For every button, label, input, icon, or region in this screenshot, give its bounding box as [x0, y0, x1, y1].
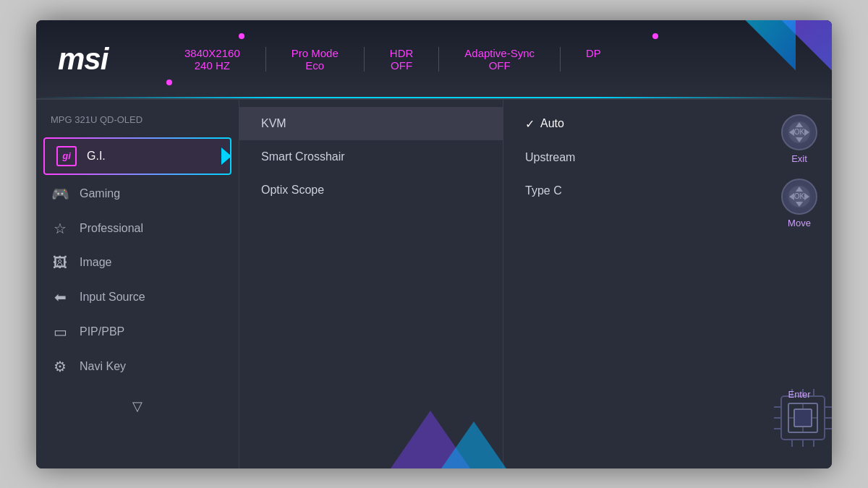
svg-rect-2 — [794, 409, 812, 427]
menu-item-smart-crosshair[interactable]: Smart Crosshair — [239, 140, 503, 174]
enter-area: Enter — [767, 243, 832, 454]
option-type-c[interactable]: Type C — [503, 174, 767, 207]
stat-adaptivesync-value: OFF — [489, 59, 511, 72]
pip-icon: ▭ — [51, 323, 69, 341]
sidebar-item-inputsource-label: Input Source — [80, 291, 145, 304]
checkmark-icon: ✓ — [525, 117, 535, 131]
stat-resolution-label: 3840X2160 — [184, 47, 240, 59]
option-auto[interactable]: ✓ Auto — [503, 107, 767, 141]
header-decoration — [615, 20, 832, 100]
menu-item-kvm[interactable]: KVM — [239, 107, 503, 140]
stat-resolution-value: 240 HZ — [195, 59, 230, 72]
image-icon: 🖼 — [51, 254, 69, 271]
sidebar-item-gi-label: G.I. — [87, 150, 106, 163]
exit-button[interactable]: OK — [781, 114, 817, 150]
monitor-model-label: MPG 321U QD-OLED — [36, 114, 239, 136]
stat-adaptivesync-label: Adaptive-Sync — [464, 47, 535, 59]
input-icon: ⬅ — [51, 288, 69, 306]
sidebar-item-professional[interactable]: ☆ Professional — [36, 211, 239, 246]
stat-resolution: 3840X2160 240 HZ — [159, 47, 265, 72]
star-icon: ☆ — [51, 220, 69, 237]
main-content: MPG 321U QD-OLED gi G.I. 🎮 Gaming ☆ Prof… — [36, 100, 832, 468]
sidebar-item-professional-label: Professional — [80, 222, 143, 235]
stat-dp-label: DP — [586, 47, 601, 59]
dot-decoration — [166, 80, 172, 85]
sidebar-item-image[interactable]: 🖼 Image — [36, 246, 239, 280]
gamepad-icon: 🎮 — [51, 185, 69, 202]
exit-inner-label: OK — [794, 128, 804, 136]
stat-pro-mode: Pro Mode Eco — [265, 47, 364, 72]
option-typec-label: Type C — [525, 184, 562, 197]
stat-promode-value: Eco — [305, 59, 324, 72]
option-upstream-label: Upstream — [525, 151, 575, 164]
dot-decoration — [239, 33, 244, 39]
stat-hdr-label: HDR — [390, 47, 414, 59]
sidebar-item-navi-key[interactable]: ⚙ Navi Key — [36, 349, 239, 384]
sidebar-item-input-source[interactable]: ⬅ Input Source — [36, 280, 239, 314]
controls-panel: OK Exit OK Move — [767, 100, 832, 468]
center-column: KVM Smart Crosshair Optix Scope — [239, 100, 503, 468]
sidebar-item-navikey-label: Navi Key — [80, 360, 126, 373]
gi-icon: gi — [56, 146, 77, 166]
option-upstream[interactable]: Upstream — [503, 141, 767, 174]
sidebar-item-gaming-label: Gaming — [80, 187, 120, 200]
monitor-frame: msi 3840X2160 240 HZ Pro Mode Eco HDR OF… — [36, 20, 832, 468]
sidebar-item-image-label: Image — [80, 256, 111, 269]
move-button[interactable]: OK — [781, 179, 817, 215]
menu-item-optix-scope[interactable]: Optix Scope — [239, 174, 503, 207]
stat-promode-label: Pro Mode — [292, 47, 339, 59]
exit-label: Exit — [791, 153, 807, 164]
right-column: ✓ Auto Upstream Type C — [503, 100, 767, 468]
header-bar: msi 3840X2160 240 HZ Pro Mode Eco HDR OF… — [36, 20, 832, 100]
stat-hdr: HDR OFF — [364, 47, 439, 72]
stat-hdr-value: OFF — [391, 59, 412, 72]
scroll-down-arrow[interactable]: ▽ — [36, 388, 239, 425]
msi-logo: msi — [58, 42, 130, 77]
stat-adaptive-sync: Adaptive-Sync OFF — [438, 47, 560, 72]
navi-icon: ⚙ — [51, 358, 69, 375]
move-label: Move — [788, 218, 811, 228]
enter-label: Enter — [788, 389, 810, 400]
sidebar-item-pip-pbp-label: PIP/PBP — [80, 325, 124, 338]
cyan-line-decoration — [36, 97, 832, 98]
sidebar-item-gi[interactable]: gi G.I. — [43, 137, 231, 175]
sidebar: MPG 321U QD-OLED gi G.I. 🎮 Gaming ☆ Prof… — [36, 100, 239, 468]
move-inner-label: OK — [794, 192, 804, 200]
option-auto-label: Auto — [540, 117, 564, 130]
sidebar-item-gaming[interactable]: 🎮 Gaming — [36, 176, 239, 211]
sidebar-item-pip-pbp[interactable]: ▭ PIP/PBP — [36, 314, 239, 349]
